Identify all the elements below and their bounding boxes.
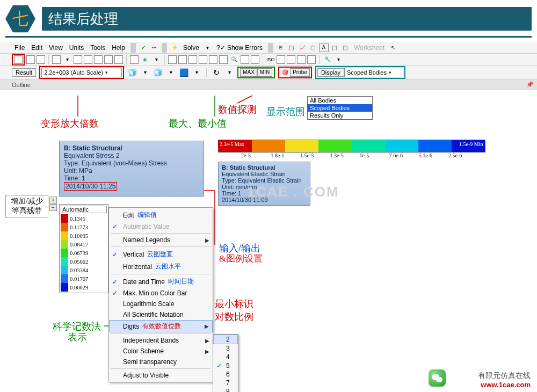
digits-opt-8[interactable]: 8 (213, 387, 238, 392)
tool-icon-a[interactable]: ⎘ (276, 43, 286, 52)
tb3-refresh-icon[interactable]: ↻ (212, 68, 221, 77)
tool2-dd[interactable]: ▾ (62, 55, 72, 64)
tb3-cube2-icon[interactable]: 🧊 (153, 68, 163, 77)
ctx-named-legends[interactable]: Named Legends▶ (109, 235, 213, 245)
legend-minus-button[interactable]: − (49, 204, 57, 211)
tool2-a[interactable] (26, 55, 35, 64)
tool2-h[interactable] (114, 55, 123, 64)
tool2-n[interactable] (209, 55, 217, 64)
digits-opt-3[interactable]: 3 (213, 344, 238, 353)
tool-icon-e[interactable]: ⬚ (330, 43, 339, 52)
iso-icon[interactable]: ISO (266, 57, 275, 62)
show-errors-button[interactable]: ?✓ Show Errors (214, 44, 265, 52)
pin-icon[interactable]: 📌 (526, 81, 534, 88)
min-button[interactable]: MIN (257, 68, 272, 77)
ann-legend: &图例设置 (219, 252, 263, 265)
digits-opt-6[interactable]: 6 (213, 370, 238, 379)
tool2-l[interactable] (188, 55, 197, 64)
tb3-colorcube-icon[interactable]: 🟦 (179, 68, 188, 77)
ctx-log-scale[interactable]: Logarithmic Scale (109, 299, 213, 309)
res-l3: Type: Equivalent (von-Mises) Stress (64, 159, 199, 167)
check-icon[interactable]: ✔ (139, 43, 148, 52)
digits-opt-7[interactable]: 7 (213, 379, 238, 387)
ctx-independent-bands[interactable]: Independent Bands▶ (109, 335, 213, 346)
legend-row[interactable]: 0.05062 (61, 257, 107, 266)
menu-tools[interactable]: Tools (88, 44, 108, 52)
legend-auto[interactable]: Automatic (61, 206, 107, 213)
wrench-icon[interactable]: 🔧 (323, 55, 332, 64)
tool2-j[interactable] (168, 55, 177, 64)
tool2-r[interactable] (277, 55, 285, 64)
legend-row[interactable]: 0.11773 (61, 223, 107, 231)
tb3-cube1-icon[interactable]: 🧊 (127, 68, 137, 77)
color-legend-vertical[interactable]: Automatic 0.13450.117730.100950.084170.0… (59, 204, 108, 293)
display-combo[interactable]: Scoped Bodies (344, 68, 403, 77)
res-l4: Unit: MPa (64, 167, 199, 175)
legend-row[interactable]: 0.00029 (61, 283, 107, 292)
tool2-q[interactable] (251, 55, 259, 64)
tool2-u[interactable] (307, 55, 316, 64)
result-scale-combo[interactable]: 2.2e+003 (Auto Scale) (41, 68, 122, 77)
ctx-vertical[interactable]: ✓Vertical云图垂直 (109, 248, 213, 260)
legend-row[interactable]: 0.01707 (61, 274, 107, 283)
tool2-c[interactable] (52, 55, 61, 64)
probe-icon[interactable]: 🎯 (280, 68, 290, 77)
menu-edit[interactable]: Edit (28, 44, 45, 52)
max-button[interactable]: MAX (240, 68, 257, 77)
svg-line-2 (237, 96, 252, 103)
tool-icon-1[interactable]: •+ (149, 43, 159, 52)
display-opt-all[interactable]: All Bodies (308, 97, 372, 104)
ctx-color-scheme[interactable]: Color Scheme▶ (109, 346, 213, 357)
legend-row[interactable]: 0.03384 (61, 266, 107, 274)
ctx-digits[interactable]: Digits有效数值位数▶ (109, 320, 213, 332)
ctx-adjust-visible[interactable]: Adjust to Visible (109, 370, 213, 381)
display-opt-results[interactable]: Results Only (308, 112, 372, 119)
text-a-icon[interactable]: A (319, 43, 329, 52)
legend-row[interactable]: 0.10095 (61, 231, 107, 240)
tool2-t[interactable] (297, 55, 306, 64)
digits-opt-4[interactable]: 4 (213, 353, 238, 361)
tool-icon-d[interactable]: ⬚ (308, 43, 318, 52)
tool2-s[interactable] (287, 55, 295, 64)
menu-units[interactable]: Units (67, 44, 86, 52)
ctx-edit[interactable]: Edit编辑值 (109, 209, 213, 221)
tool2-g[interactable] (104, 55, 113, 64)
tool2-d[interactable] (74, 55, 82, 64)
solve-icon[interactable]: ⚡ (170, 43, 179, 52)
ctx-date-time[interactable]: ✓Date and Time时间日期 (109, 275, 213, 288)
menu-view[interactable]: View (46, 44, 66, 52)
res-l2: Equivalent Stress 2 (64, 152, 199, 159)
menu-help[interactable]: Help (109, 44, 128, 52)
digits-opt-5[interactable]: ✓5 (213, 361, 238, 370)
ctx-all-sci[interactable]: All Scientific Notation (109, 309, 213, 320)
legend-row[interactable]: 0.06739 (61, 249, 107, 257)
ann-sci2: 表示 (68, 331, 87, 344)
digits-opt-2[interactable]: 2 (213, 335, 238, 344)
tool2-p[interactable] (241, 55, 249, 64)
tool-icon-b[interactable]: ⬚ (287, 43, 296, 52)
zoom-icon[interactable]: 🔍 (229, 55, 239, 64)
solve-dropdown-icon[interactable]: ▾ (203, 43, 213, 52)
legend-plus-button[interactable]: + (49, 197, 57, 204)
legend-row[interactable]: 0.1345 (61, 214, 107, 223)
probe-button[interactable]: Probe (290, 68, 310, 77)
legend-row[interactable]: 0.08417 (61, 240, 107, 249)
ctx-semi-transparency[interactable]: Semi transparency (109, 357, 213, 367)
display-opt-scoped[interactable]: Scoped Bodies (308, 104, 372, 112)
tool2-k[interactable] (178, 55, 187, 64)
ctx-horizontal[interactable]: Horizontal云图水平 (109, 260, 213, 273)
select-tool-group[interactable] (12, 54, 25, 66)
tool2-f[interactable] (94, 55, 103, 64)
solve-button[interactable]: Solve (180, 44, 202, 52)
tool2-e[interactable] (84, 55, 92, 64)
tool-icon-c[interactable]: 📈 (297, 43, 307, 52)
tool2-cube-icon[interactable]: ◈ (140, 55, 150, 64)
menu-file[interactable]: File (12, 44, 27, 52)
tool-icon-f[interactable]: ⬚ (340, 43, 350, 52)
tool2-i[interactable] (130, 55, 139, 64)
tool2-b[interactable] (37, 55, 45, 64)
tool2-m[interactable] (199, 55, 207, 64)
ctx-max-min[interactable]: ✓Max, Min on Color Bar (109, 288, 213, 299)
tool2-o[interactable] (219, 55, 228, 64)
cursor-icon[interactable]: ↖ (388, 43, 398, 52)
